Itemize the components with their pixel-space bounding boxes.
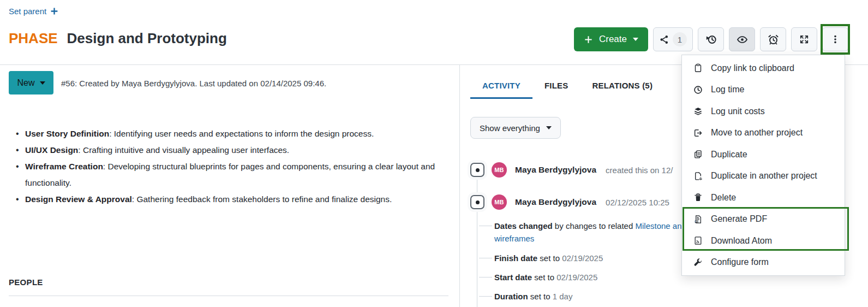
- watch-button[interactable]: [729, 27, 755, 51]
- avatar[interactable]: MB: [492, 162, 507, 178]
- activity-entry: MB Maya Berdygylyjova 02/12/2025 10:25: [470, 194, 669, 210]
- menu-item-label: Configure form: [711, 257, 769, 267]
- menu-item-copy-link[interactable]: Copy link to clipboard: [682, 57, 845, 79]
- change-field: Start date: [494, 273, 532, 282]
- bullet-term: Design Review & Approval: [25, 194, 132, 204]
- page-title[interactable]: Design and Prototyping: [67, 30, 227, 47]
- list-item: Design Review & Approval: Gathering feed…: [25, 191, 456, 208]
- menu-item-duplicate-project[interactable]: Duplicate in another project: [682, 166, 845, 187]
- clock-icon: [693, 85, 703, 95]
- menu-item-log-time[interactable]: Log time: [682, 79, 845, 101]
- menu-item-duplicate[interactable]: Duplicate: [682, 144, 845, 166]
- fullscreen-icon: [799, 34, 810, 45]
- set-parent-label: Set parent: [9, 7, 46, 16]
- menu-item-label: Generate PDF: [711, 214, 767, 224]
- work-package-meta: #56: Created by Maya Berdygylyjova. Last…: [61, 79, 326, 88]
- tab-activity[interactable]: ACTIVITY: [470, 76, 532, 99]
- bullet-text: : Identifying user needs and expectation…: [109, 129, 374, 138]
- plus-icon: [50, 7, 58, 15]
- change-row: Finish date set to 02/19/2025: [494, 252, 686, 264]
- bullet-text: : Gathering feedback from stakeholders t…: [132, 194, 392, 204]
- change-row: Duration set to 1 day: [494, 290, 686, 303]
- layers-icon: [693, 107, 703, 116]
- status-dropdown[interactable]: New: [9, 71, 53, 95]
- change-value: 02/19/2025: [562, 253, 603, 263]
- create-button-label: Create: [599, 34, 627, 45]
- menu-item-label: Delete: [711, 193, 736, 203]
- chevron-down-icon: [546, 126, 552, 129]
- kebab-menu-icon: [830, 34, 840, 44]
- baseline-comparison-button[interactable]: [698, 27, 724, 51]
- menu-item-download-atom[interactable]: Download Atom: [682, 230, 845, 252]
- panel-divider: [459, 65, 460, 307]
- bullet-term: User Story Definition: [25, 129, 109, 138]
- reminder-alarm-icon: [768, 34, 779, 45]
- change-field: Dates changed: [494, 221, 553, 231]
- menu-item-label: Log time: [711, 85, 744, 95]
- menu-item-move-project[interactable]: Move to another project: [682, 122, 845, 144]
- bullet-term: Wireframe Creation: [25, 162, 103, 171]
- change-row: Dates changed by changes to related Mile…: [494, 220, 686, 245]
- set-parent-link[interactable]: Set parent: [9, 7, 58, 16]
- create-button[interactable]: Create: [574, 27, 648, 51]
- tab-relations[interactable]: RELATIONS (5): [580, 76, 665, 99]
- activity-filter-label: Show everything: [480, 123, 540, 133]
- more-actions-menu: Copy link to clipboard Log time Log unit…: [681, 55, 845, 276]
- menu-item-configure-form[interactable]: Configure form: [682, 252, 845, 274]
- change-field: Duration: [494, 292, 528, 301]
- change-text: set to: [537, 253, 562, 263]
- share-icon: [659, 34, 669, 45]
- duplicate-project-icon: [693, 172, 703, 181]
- list-item: UI/UX Design: Crafting intuitive and vis…: [25, 142, 456, 158]
- change-text: by changes to related: [553, 221, 636, 231]
- timeline-node-icon: [470, 195, 484, 209]
- atom-feed-icon: [693, 236, 703, 245]
- menu-item-label: Move to another project: [711, 128, 803, 138]
- move-project-icon: [693, 128, 703, 138]
- work-package-header: PHASE Design and Prototyping: [9, 30, 227, 47]
- section-divider: [9, 296, 448, 296]
- people-section-heading: PEOPLE: [9, 278, 43, 287]
- share-button[interactable]: 1: [653, 27, 693, 51]
- menu-item-label: Duplicate: [711, 150, 747, 160]
- menu-item-delete[interactable]: Delete: [682, 187, 845, 209]
- user-name[interactable]: Maya Berdygylyjova: [515, 197, 596, 207]
- change-field: Finish date: [494, 253, 537, 263]
- user-name[interactable]: Maya Berdygylyjova: [515, 165, 596, 175]
- menu-item-label: Duplicate in another project: [711, 171, 817, 181]
- plus-icon: [584, 35, 593, 44]
- toolbar: Create 1: [574, 27, 848, 51]
- menu-item-label: Download Atom: [711, 236, 772, 246]
- change-value: 02/19/2025: [556, 273, 597, 282]
- menu-item-log-unit-costs[interactable]: Log unit costs: [682, 101, 845, 122]
- status-label: New: [17, 78, 34, 88]
- duplicate-icon: [693, 150, 703, 159]
- menu-item-generate-pdf[interactable]: PDF Generate PDF: [682, 209, 845, 231]
- change-text: set to: [532, 273, 556, 282]
- bullet-text: : Crafting intuitive and visually appeal…: [78, 145, 289, 155]
- reminder-button[interactable]: [760, 27, 786, 51]
- change-row: Start date set to 02/19/2025: [494, 271, 686, 284]
- share-count-badge: 1: [673, 32, 687, 46]
- fullscreen-button[interactable]: [791, 27, 817, 51]
- clipboard-icon: [693, 63, 703, 73]
- avatar[interactable]: MB: [492, 194, 507, 210]
- description-list: User Story Definition: Identifying user …: [25, 126, 456, 208]
- trash-icon: [693, 193, 703, 202]
- change-text: set to: [528, 292, 553, 301]
- activity-filter-dropdown[interactable]: Show everything: [470, 117, 561, 139]
- svg-text:PDF: PDF: [695, 221, 699, 223]
- menu-item-label: Copy link to clipboard: [711, 63, 794, 73]
- work-package-type: PHASE: [9, 30, 58, 47]
- chevron-down-icon: [633, 38, 638, 41]
- pdf-icon: PDF: [693, 215, 703, 224]
- list-item: User Story Definition: Identifying user …: [25, 126, 456, 142]
- change-value: 1 day: [553, 292, 573, 301]
- detail-tabs: ACTIVITY FILES RELATIONS (5): [470, 76, 665, 99]
- menu-item-label: Log unit costs: [711, 107, 765, 116]
- tab-files[interactable]: FILES: [532, 76, 580, 99]
- timeline-node-icon: [470, 163, 484, 177]
- more-actions-button[interactable]: [822, 27, 848, 51]
- chevron-down-icon: [40, 81, 45, 85]
- bullet-term: UI/UX Design: [25, 145, 78, 155]
